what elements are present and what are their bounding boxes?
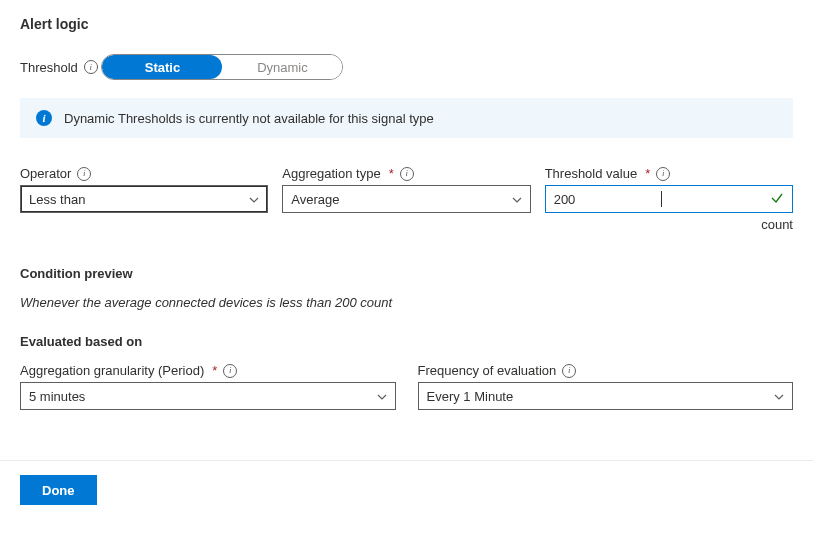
frequency-value: Every 1 Minute	[427, 389, 514, 404]
checkmark-icon	[770, 191, 784, 208]
condition-preview-title: Condition preview	[20, 266, 793, 281]
condition-preview-text: Whenever the average connected devices i…	[20, 295, 793, 310]
info-icon[interactable]: i	[223, 364, 237, 378]
granularity-label-row: Aggregation granularity (Period) * i	[20, 363, 396, 378]
required-marker: *	[212, 363, 217, 378]
operator-label-row: Operator i	[20, 166, 268, 181]
granularity-value: 5 minutes	[29, 389, 85, 404]
chevron-down-icon	[249, 194, 259, 205]
threshold-toggle-dynamic[interactable]: Dynamic	[222, 55, 342, 79]
aggregation-type-label-row: Aggregation type * i	[282, 166, 530, 181]
chevron-down-icon	[377, 391, 387, 402]
info-banner-text: Dynamic Thresholds is currently not avai…	[64, 111, 434, 126]
threshold-label-row: Threshold i	[20, 60, 98, 75]
frequency-label: Frequency of evaluation	[418, 363, 557, 378]
frequency-dropdown[interactable]: Every 1 Minute	[418, 382, 794, 410]
info-icon: i	[36, 110, 52, 126]
chevron-down-icon	[774, 391, 784, 402]
threshold-value-label: Threshold value	[545, 166, 638, 181]
operator-dropdown[interactable]: Less than	[20, 185, 268, 213]
info-banner: i Dynamic Thresholds is currently not av…	[20, 98, 793, 138]
required-marker: *	[389, 166, 394, 181]
frequency-label-row: Frequency of evaluation i	[418, 363, 794, 378]
granularity-label: Aggregation granularity (Period)	[20, 363, 204, 378]
info-icon[interactable]: i	[77, 167, 91, 181]
aggregation-type-value: Average	[291, 192, 339, 207]
chevron-down-icon	[512, 194, 522, 205]
info-icon[interactable]: i	[656, 167, 670, 181]
threshold-value-unit: count	[545, 217, 793, 232]
threshold-toggle[interactable]: Static Dynamic	[101, 54, 343, 80]
page-title: Alert logic	[20, 16, 793, 32]
operator-label: Operator	[20, 166, 71, 181]
info-icon[interactable]: i	[84, 60, 98, 74]
evaluated-title: Evaluated based on	[20, 334, 793, 349]
required-marker: *	[645, 166, 650, 181]
text-caret	[661, 191, 662, 207]
threshold-value-text: 200	[554, 192, 662, 207]
threshold-value-input[interactable]: 200	[545, 185, 793, 213]
threshold-value-label-row: Threshold value * i	[545, 166, 793, 181]
aggregation-type-dropdown[interactable]: Average	[282, 185, 530, 213]
divider	[0, 460, 813, 461]
threshold-toggle-static[interactable]: Static	[102, 55, 222, 79]
info-icon[interactable]: i	[562, 364, 576, 378]
granularity-dropdown[interactable]: 5 minutes	[20, 382, 396, 410]
threshold-label: Threshold	[20, 60, 78, 75]
done-button[interactable]: Done	[20, 475, 97, 505]
operator-value: Less than	[29, 192, 85, 207]
aggregation-type-label: Aggregation type	[282, 166, 380, 181]
info-icon[interactable]: i	[400, 167, 414, 181]
